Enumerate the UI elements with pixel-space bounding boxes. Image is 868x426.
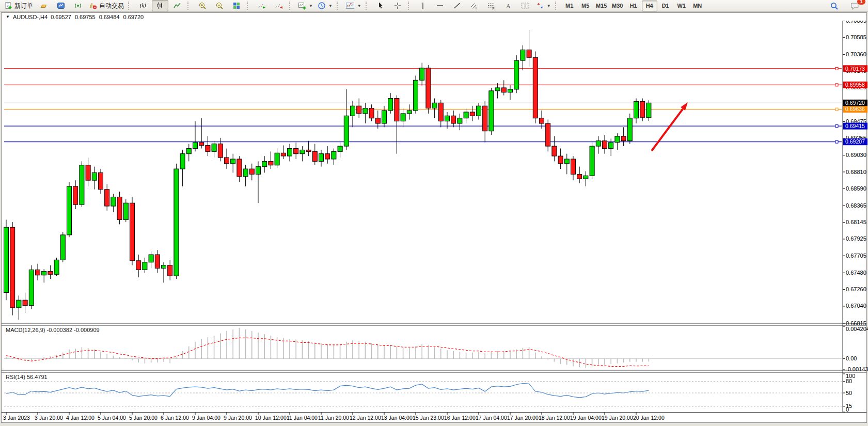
svg-text:9 Jan 20:00: 9 Jan 20:00 (224, 415, 252, 421)
tf-h4-button[interactable]: H4 (642, 1, 657, 11)
new-chart-group: ▼ ▼ (296, 0, 335, 11)
svg-text:0.67705: 0.67705 (846, 253, 866, 259)
equidistant-channel-button[interactable]: E (466, 0, 482, 11)
zoom-in-icon (198, 2, 207, 10)
zoom-out-button[interactable] (211, 0, 228, 11)
auto-trading-button[interactable]: 自动交易 (87, 0, 126, 11)
chat-button[interactable]: 1 (846, 0, 863, 11)
signals-button[interactable] (70, 0, 86, 11)
auto-trading-icon (89, 2, 97, 10)
tf-m1-button[interactable]: M1 (562, 1, 577, 11)
candlestick-icon (156, 2, 164, 10)
trendline-icon (453, 2, 461, 10)
chevron-down-icon: ▼ (328, 4, 333, 8)
svg-text:3 Jan 2023: 3 Jan 2023 (3, 415, 30, 421)
arrow-annotation (652, 109, 683, 151)
trendline-button[interactable] (449, 0, 465, 11)
chevron-down-icon: ▼ (309, 4, 313, 8)
tf-m15-button[interactable]: M15 (594, 1, 609, 11)
zoom-in-button[interactable] (194, 0, 211, 11)
line-chart-button[interactable] (169, 0, 185, 11)
tf-d1-button[interactable]: D1 (658, 1, 673, 11)
profiles-button[interactable]: ▼ (315, 0, 335, 11)
rsi-line (6, 384, 649, 398)
svg-text:-0.001431: -0.001431 (846, 366, 868, 372)
svg-text:F: F (492, 7, 494, 10)
tf-w1-button[interactable]: W1 (674, 1, 689, 11)
horizontal-line-icon (436, 2, 444, 10)
auto-scroll-button[interactable] (254, 0, 270, 11)
svg-text:0.004204: 0.004204 (846, 326, 868, 332)
search-button[interactable] (826, 0, 842, 11)
new-chart-button[interactable]: ▼ (296, 0, 315, 11)
toolbar-grip[interactable] (289, 2, 294, 10)
chart-shift-button[interactable] (271, 0, 287, 11)
cursor-button[interactable] (372, 0, 389, 11)
new-order-button[interactable]: 新订单 (2, 0, 35, 11)
channel-icon: E (470, 2, 478, 10)
low-value: 0.69484 (99, 14, 120, 20)
svg-text:0.67925: 0.67925 (846, 235, 866, 242)
vertical-line-button[interactable] (415, 0, 431, 11)
arrows-icon (536, 2, 544, 10)
text-label-button[interactable]: T (517, 0, 533, 11)
tf-label: MN (693, 3, 702, 9)
svg-text:0.69415: 0.69415 (845, 123, 865, 129)
new-chart-icon (298, 2, 306, 10)
high-value: 0.69755 (75, 14, 96, 20)
market-watch-button[interactable] (36, 0, 52, 11)
fibonacci-button[interactable]: F (483, 0, 499, 11)
svg-text:0.68145: 0.68145 (846, 219, 866, 225)
toolbar-grip[interactable] (128, 2, 133, 10)
timeframe-group: M1 M5 M15 M30 H1 H4 D1 W1 MN (562, 1, 705, 11)
svg-text:13 Jan 04:00: 13 Jan 04:00 (381, 415, 413, 421)
fibonacci-icon: F (487, 2, 495, 10)
tile-windows-icon (232, 2, 241, 10)
terminal-button[interactable] (53, 0, 69, 11)
tf-label: M15 (596, 3, 607, 9)
toolbar-grip[interactable] (247, 2, 251, 10)
toolbar-grip[interactable] (555, 2, 560, 10)
toolbar-grip[interactable] (337, 2, 341, 10)
svg-text:20 Jan 12:00: 20 Jan 12:00 (633, 415, 665, 421)
bar-chart-button[interactable] (135, 0, 151, 11)
text-icon: A (504, 2, 512, 10)
text-label-icon: T (520, 2, 530, 10)
crosshair-icon (393, 2, 402, 10)
toolbar-right: 1 (826, 0, 866, 11)
svg-text:0.69958: 0.69958 (845, 82, 865, 88)
tf-label: M1 (565, 3, 573, 9)
arrows-button[interactable]: ▼ (534, 0, 553, 11)
tf-h1-button[interactable]: H1 (626, 1, 641, 11)
tf-m5-button[interactable]: M5 (578, 1, 593, 11)
toolbar-grip[interactable] (366, 2, 370, 10)
svg-text:0.68810: 0.68810 (846, 169, 866, 175)
tf-mn-button[interactable]: MN (690, 1, 705, 11)
svg-text:0.69207: 0.69207 (845, 138, 865, 145)
chevron-down-icon: ▼ (547, 4, 551, 8)
vertical-line-icon (419, 2, 427, 10)
svg-text:15 Jan 23:00: 15 Jan 23:00 (413, 415, 444, 421)
tf-m30-button[interactable]: M30 (610, 1, 625, 11)
open-value: 0.69527 (51, 14, 71, 20)
toolbar-grip[interactable] (187, 2, 192, 10)
text-button[interactable]: A (500, 0, 516, 11)
candlestick-chart-button[interactable] (152, 0, 168, 11)
svg-text:0.70173: 0.70173 (845, 66, 865, 72)
chart-title-row: ▼ AUDUSD-,H4 0.69527 0.69755 0.69484 0.6… (2, 13, 866, 21)
svg-text:0: 0 (846, 406, 849, 413)
trade-group: 新订单 自动交易 (2, 0, 126, 11)
gold-ingot-icon (40, 2, 48, 10)
macd-histogram (6, 328, 649, 368)
chart-canvas[interactable]: 0.708050.705850.703600.701400.699200.697… (0, 21, 868, 425)
svg-text:0.70585: 0.70585 (846, 34, 866, 40)
auto-scroll-icon (258, 2, 266, 10)
collapse-triangle-icon[interactable]: ▼ (6, 14, 10, 19)
horizontal-line-button[interactable] (432, 0, 448, 11)
svg-text:0.67040: 0.67040 (846, 303, 866, 309)
toolbar-grip[interactable] (408, 2, 413, 10)
indicators-button[interactable]: ▼ (343, 0, 364, 11)
crosshair-button[interactable] (389, 0, 406, 11)
tile-windows-button[interactable] (228, 0, 245, 11)
svg-text:16 Jan 12:00: 16 Jan 12:00 (444, 415, 476, 421)
